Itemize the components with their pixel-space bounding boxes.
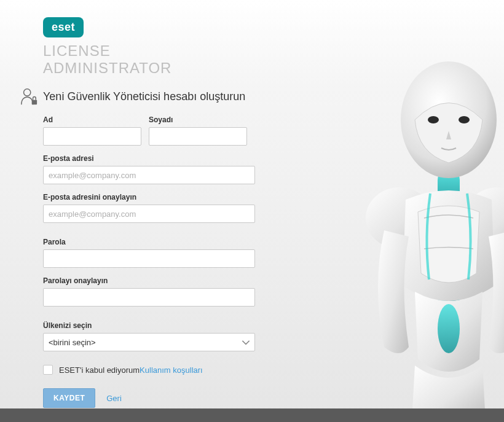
- last-name-input[interactable]: [149, 127, 247, 146]
- eset-logo: eset: [43, 17, 84, 37]
- user-lock-icon: [20, 87, 38, 106]
- registration-form: Ad Soyadı E-posta adresi E-posta adresin…: [43, 115, 255, 408]
- product-line1: LICENSE: [43, 42, 111, 59]
- save-button[interactable]: KAYDET: [43, 388, 95, 408]
- product-line2: ADMINISTRATOR: [43, 60, 171, 76]
- page-heading: Yeni Güvenlik Yöneticisi hesabı oluşturu…: [43, 90, 245, 103]
- password-label: Parola: [43, 238, 255, 246]
- footer-bar: [0, 408, 504, 422]
- email-confirm-input[interactable]: [43, 205, 255, 223]
- last-name-label: Soyadı: [149, 115, 247, 124]
- svg-rect-1: [32, 100, 37, 105]
- country-label: Ülkenizi seçin: [43, 321, 255, 330]
- email-input[interactable]: [43, 166, 255, 184]
- first-name-input[interactable]: [43, 127, 141, 146]
- terms-link[interactable]: Kullanım koşulları: [140, 365, 203, 375]
- svg-point-0: [24, 89, 31, 96]
- email-confirm-label: E-posta adresini onaylayın: [43, 193, 255, 201]
- first-name-label: Ad: [43, 115, 141, 124]
- password-confirm-label: Parolayı onaylayın: [43, 276, 255, 285]
- password-input[interactable]: [43, 249, 255, 268]
- country-select[interactable]: <birini seçin>: [43, 333, 255, 351]
- terms-text: ESET'i kabul ediyorum: [59, 365, 140, 375]
- password-confirm-input[interactable]: [43, 288, 255, 307]
- email-label: E-posta adresi: [43, 154, 255, 163]
- product-title: LICENSE ADMINISTRATOR: [43, 42, 504, 76]
- brand-block: eset LICENSE ADMINISTRATOR: [43, 17, 504, 76]
- back-link[interactable]: Geri: [106, 394, 122, 403]
- terms-checkbox[interactable]: [43, 365, 53, 375]
